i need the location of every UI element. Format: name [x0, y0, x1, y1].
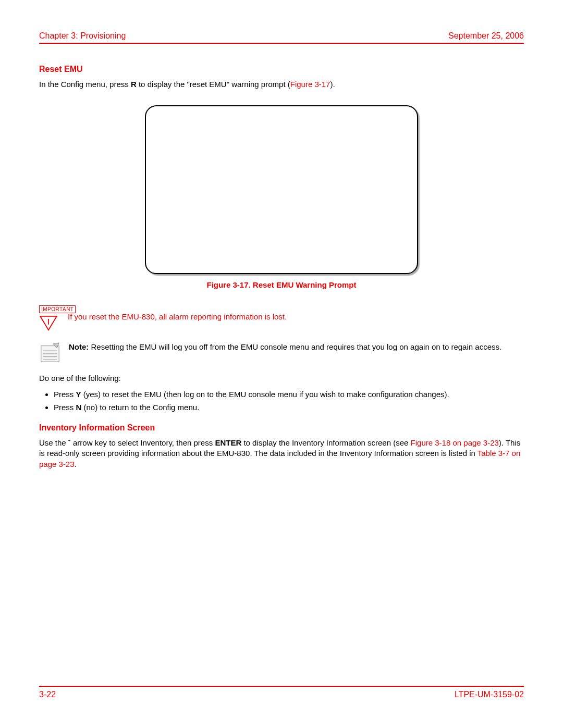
intro-paragraph: In the Config menu, press R to display t…	[39, 79, 524, 90]
text: Press	[54, 403, 76, 412]
text: Press	[54, 390, 76, 399]
warning-triangle-icon	[39, 315, 58, 331]
note-icon	[39, 342, 61, 364]
text: (yes) to reset the EMU (then log on to t…	[81, 390, 449, 399]
document-page: Chapter 3: Provisioning September 25, 20…	[0, 0, 563, 728]
header-date: September 25, 2006	[448, 31, 524, 41]
text: (no) to return to the Config menu.	[81, 403, 199, 412]
inventory-paragraph: Use the ˘ arrow key to select Inventory,…	[39, 438, 524, 470]
instructions-list: Press Y (yes) to reset the EMU (then log…	[39, 389, 524, 413]
chapter-title: Chapter 3: Provisioning	[39, 31, 126, 41]
text: to display the Inventory Information scr…	[241, 438, 410, 447]
figure-link[interactable]: Figure 3-17	[290, 80, 331, 89]
note-block: Note: Resetting the EMU will log you off…	[39, 342, 524, 364]
note-text: Note: Resetting the EMU will log you off…	[69, 342, 524, 352]
key-n: N	[76, 403, 82, 412]
text: to display the "reset EMU" warning promp…	[137, 80, 290, 89]
important-block: IMPORTANT If you reset the EMU-830, all …	[39, 304, 524, 332]
list-item: Press Y (yes) to reset the EMU (then log…	[54, 389, 524, 400]
figure-caption: Figure 3-17. Reset EMU Warning Prompt	[39, 280, 524, 289]
text: Use the ˘ arrow key to select Inventory,…	[39, 438, 215, 447]
text: In the Config menu, press	[39, 80, 131, 89]
figure-link[interactable]: Figure 3-18 on page 3-23	[411, 438, 499, 447]
list-item: Press N (no) to return to the Config men…	[54, 402, 524, 413]
important-text: If you reset the EMU-830, all alarm repo…	[68, 304, 287, 321]
page-header: Chapter 3: Provisioning September 25, 20…	[39, 31, 524, 44]
text: .	[75, 460, 77, 468]
page-number: 3-22	[39, 690, 56, 699]
document-id: LTPE-UM-3159-02	[455, 690, 524, 699]
instructions-lead: Do one of the following:	[39, 373, 524, 384]
section-heading-inventory: Inventory Information Screen	[39, 423, 524, 433]
note-label: Note:	[69, 342, 89, 351]
page-footer: 3-22 LTPE-UM-3159-02	[39, 686, 524, 699]
text: ).	[330, 80, 335, 89]
note-body: Resetting the EMU will log you off from …	[89, 342, 501, 351]
figure-placeholder	[145, 105, 418, 274]
figure-container	[39, 105, 524, 274]
key-y: Y	[76, 390, 81, 399]
important-icon-column: IMPORTANT	[39, 304, 68, 332]
key-enter: ENTER	[215, 438, 241, 447]
section-heading-reset-emu: Reset EMU	[39, 65, 524, 74]
key-r: R	[131, 80, 137, 89]
